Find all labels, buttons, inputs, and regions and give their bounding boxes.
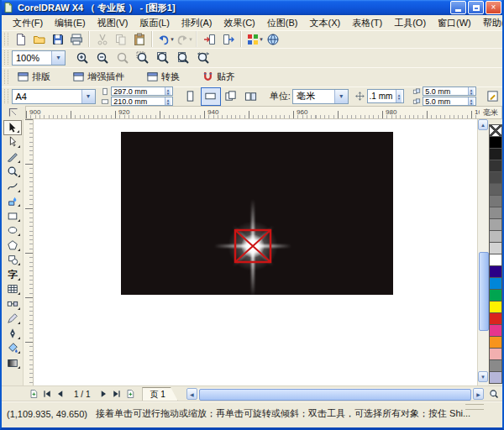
paste-button[interactable] [130,31,152,47]
swatch-black[interactable] [489,136,502,149]
swatch-orange[interactable] [489,336,502,349]
freehand-tool[interactable] [3,179,22,194]
add-page-front-button[interactable] [27,388,40,401]
spinner-icon[interactable]: ▴▾ [165,97,171,105]
swatch-white[interactable] [489,254,502,266]
swatch-gray[interactable] [489,359,502,372]
export-button[interactable] [219,31,241,47]
vertical-scroll-thumb[interactable] [479,252,489,331]
menu-text[interactable]: 文本(X) [303,16,346,30]
zoom-tool[interactable] [3,165,22,180]
chevron-down-icon[interactable]: ▾ [334,90,348,103]
black-rectangle-object[interactable] [121,132,393,295]
all-pages-button[interactable] [221,87,241,106]
vertical-scrollbar[interactable]: ▲ ▼ [477,119,488,385]
ruler-origin-button[interactable] [2,106,25,119]
horizontal-scrollbar[interactable]: ◀ ▶ [186,388,484,400]
add-page-button[interactable] [123,388,137,401]
prev-page-button[interactable] [54,388,67,401]
copy-button[interactable] [112,31,130,47]
menu-view[interactable]: 视图(V) [92,16,134,30]
zoom-width-button[interactable] [193,50,213,66]
swatch-lavender[interactable] [489,371,502,384]
polygon-tool[interactable] [3,238,22,253]
interactive-fill-tool[interactable] [3,355,22,370]
menu-edit[interactable]: 编辑(E) [49,16,92,30]
crop-tool[interactable] [3,149,22,165]
table-tool[interactable] [3,282,22,297]
maximize-button[interactable] [468,1,484,14]
page-width-field[interactable]: 297.0 mm▴▾ [111,87,173,96]
zoom-all-button[interactable] [153,50,173,66]
zoom-level-combo[interactable]: 100% ▾ [12,50,66,66]
zoom-in-button[interactable] [72,50,92,66]
interactive-blend-tool[interactable] [3,296,22,312]
spinner-icon[interactable]: ▴▾ [468,87,475,95]
undo-button[interactable] [156,31,175,47]
print-button[interactable] [67,31,89,47]
new-button[interactable] [12,31,30,47]
swatch-green[interactable] [489,289,502,302]
convert-button[interactable]: 转换 [141,69,197,85]
page-height-field[interactable]: 210.0 mm▴▾ [111,97,173,106]
duplicate-x-field[interactable]: 5.0 mm▴▾ [423,87,476,96]
paper-size-combo[interactable]: A4 ▾ [12,89,96,104]
text-tool[interactable] [3,267,22,282]
vertical-ruler[interactable]: 100806040200 [24,119,34,385]
swatch-red[interactable] [489,312,502,325]
last-page-button[interactable] [110,388,123,401]
scroll-down-button[interactable]: ▼ [478,371,488,382]
swatch-blue[interactable] [489,277,502,290]
corel-online-button[interactable] [264,31,282,47]
basic-shapes-tool[interactable] [3,253,22,268]
scroll-up-button[interactable]: ▲ [478,119,488,130]
swatch-10-black[interactable] [489,242,502,254]
swatch-70-black[interactable] [489,171,502,184]
swatch-navy[interactable] [489,265,502,278]
units-combo[interactable]: 毫米 ▾ [292,89,348,104]
typeset-button[interactable]: 排版 [12,69,67,85]
eyedropper-tool[interactable] [3,312,22,327]
menu-window[interactable]: 窗口(W) [432,16,477,30]
spinner-icon[interactable]: ▴▾ [165,87,171,95]
menu-table[interactable]: 表格(T) [346,16,388,30]
swatch-40-black[interactable] [489,207,502,219]
spinner-icon[interactable]: ▴▾ [396,90,402,102]
redo-button[interactable] [175,31,197,47]
swatch-20-black[interactable] [489,230,502,243]
snap-button[interactable]: 贴齐 [197,69,252,85]
scroll-right-button[interactable]: ▶ [473,388,484,400]
pick-tool[interactable] [3,120,22,135]
scroll-left-button[interactable]: ◀ [186,388,197,400]
menu-file[interactable]: 文件(F) [7,16,49,30]
chevron-down-icon[interactable]: ▾ [81,90,95,103]
menu-bitmaps[interactable]: 位图(B) [261,16,304,30]
swatch-50-black[interactable] [489,195,502,207]
save-button[interactable] [49,31,67,47]
open-button[interactable] [30,31,49,47]
status-bar-grip[interactable] [465,404,484,410]
ellipse-tool[interactable] [3,223,22,239]
zoom-actual-button[interactable] [113,50,133,66]
rectangle-tool[interactable] [3,208,22,223]
landscape-button[interactable] [201,87,221,106]
next-page-button[interactable] [97,388,110,401]
enhanced-plugins-button[interactable]: 增强插件 [67,69,141,85]
facing-pages-button[interactable] [241,87,261,106]
options-button[interactable] [482,87,502,106]
swatch-80-black[interactable] [489,160,502,172]
menu-effects[interactable]: 效果(C) [218,16,261,30]
swatch-60-black[interactable] [489,183,502,196]
menu-arrange[interactable]: 排列(A) [176,16,218,30]
outline-tool[interactable] [3,326,22,341]
zoom-selected-button[interactable] [133,50,153,66]
swatch-magenta[interactable] [489,324,502,337]
menu-layout[interactable]: 版面(L) [134,16,175,30]
application-launcher-button[interactable] [245,31,264,47]
menu-help[interactable]: 帮助(H) [477,16,504,30]
minimize-button[interactable] [450,1,466,14]
horizontal-scroll-thumb[interactable] [199,389,471,401]
swatch-pink[interactable] [489,348,502,360]
swatch-90-black[interactable] [489,148,502,160]
zoom-out-button[interactable] [92,50,113,66]
